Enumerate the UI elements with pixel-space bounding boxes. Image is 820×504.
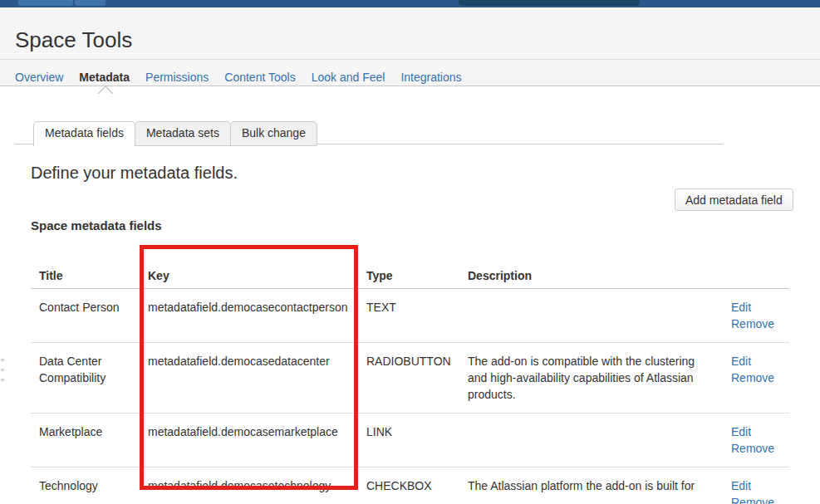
- create-button[interactable]: [75, 0, 106, 6]
- cell-actions: Edit Remove: [723, 289, 789, 343]
- column-header-type: Type: [358, 264, 459, 289]
- cell-description: The add-on is compatible with the cluste…: [459, 343, 723, 413]
- table-header-row: Title Key Type Description: [31, 264, 789, 289]
- column-header-actions: [723, 264, 789, 289]
- table-row: Technology metadatafield.democasetechnol…: [31, 467, 789, 504]
- remove-link[interactable]: Remove: [731, 369, 781, 386]
- cell-actions: Edit Remove: [723, 343, 789, 413]
- cell-key: metadatafield.democasecontactperson: [140, 289, 358, 343]
- table-row: Contact Person metadatafield.democasecon…: [31, 289, 789, 343]
- page-title: Space Tools: [15, 27, 132, 52]
- tab-metadata-fields[interactable]: Metadata fields: [33, 121, 135, 146]
- column-header-description: Description: [459, 264, 723, 289]
- cell-description: [459, 289, 723, 343]
- section-heading: Define your metadata fields.: [31, 163, 238, 183]
- nav-item-permissions[interactable]: Permissions: [145, 71, 209, 85]
- nav-item-metadata[interactable]: Metadata: [79, 71, 130, 85]
- tab-bulk-change[interactable]: Bulk change: [230, 121, 317, 146]
- cell-key: metadatafield.democasemarketplace: [140, 413, 358, 467]
- cell-title: Technology: [31, 467, 140, 504]
- edit-link[interactable]: Edit: [731, 353, 781, 369]
- table-title: Space metadata fields: [31, 218, 162, 232]
- cell-key: metadatafield.democasedatacenter: [140, 343, 358, 413]
- cell-key: metadatafield.democasetechnology: [140, 467, 358, 504]
- edit-link[interactable]: Edit: [731, 477, 781, 494]
- edit-link[interactable]: Edit: [731, 423, 781, 440]
- cell-description: The Atlassian platform the add-on is bui…: [459, 467, 723, 504]
- cell-description: [459, 413, 723, 467]
- cell-title: Marketplace: [31, 413, 140, 467]
- table-row: Data Center Compatibility metadatafield.…: [31, 343, 789, 413]
- remove-link[interactable]: Remove: [731, 494, 781, 504]
- cell-type: RADIOBUTTON: [358, 343, 459, 413]
- page-header: Space Tools Overview Metadata Permission…: [0, 7, 820, 86]
- nav-item-integrations[interactable]: Integrations: [400, 71, 461, 85]
- column-header-key: Key: [140, 264, 358, 289]
- cell-actions: Edit Remove: [723, 467, 789, 504]
- cell-title: Data Center Compatibility: [31, 343, 140, 413]
- active-nav-notch-fill: [99, 87, 112, 94]
- screen-edge-artifact-dots: [1, 359, 4, 361]
- tab-metadata-sets[interactable]: Metadata sets: [135, 121, 231, 146]
- cell-title: Contact Person: [31, 289, 140, 343]
- cell-type: TEXT: [358, 289, 459, 343]
- metadata-tabs: Metadata fields Metadata sets Bulk chang…: [33, 121, 317, 146]
- app-header-bar: [0, 0, 820, 7]
- nav-item-look-and-feel[interactable]: Look and Feel: [312, 71, 385, 85]
- search-input[interactable]: [459, 0, 640, 6]
- spaces-menu-button[interactable]: [18, 0, 73, 6]
- remove-link[interactable]: Remove: [731, 316, 781, 332]
- cell-type: CHECKBOX: [358, 467, 459, 504]
- column-header-title: Title: [31, 264, 140, 289]
- space-tools-nav: Overview Metadata Permissions Content To…: [15, 71, 462, 85]
- cell-type: LINK: [358, 413, 459, 467]
- nav-item-overview[interactable]: Overview: [15, 71, 63, 85]
- metadata-fields-table: Title Key Type Description Contact Perso…: [31, 264, 789, 504]
- remove-link[interactable]: Remove: [731, 440, 781, 457]
- header-divider: [0, 59, 820, 60]
- cell-actions: Edit Remove: [723, 413, 789, 467]
- add-metadata-field-button[interactable]: Add metadata field: [675, 188, 793, 211]
- nav-item-content-tools[interactable]: Content Tools: [224, 71, 295, 85]
- table-row: Marketplace metadatafield.democasemarket…: [31, 413, 789, 467]
- edit-link[interactable]: Edit: [731, 299, 781, 316]
